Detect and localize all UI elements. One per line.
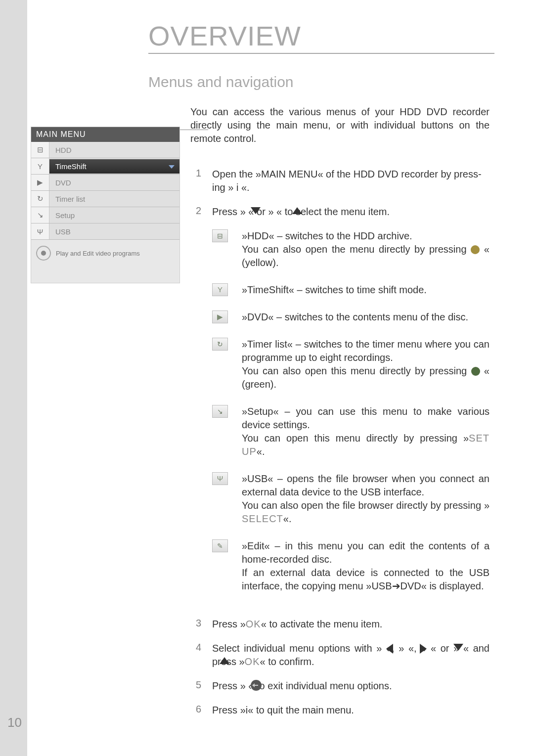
desc-text: »USB« – opens the file browser when you …	[242, 473, 490, 497]
page-number: 10	[7, 715, 22, 730]
menu-item-dvd[interactable]: ▶ DVD	[31, 175, 179, 191]
step-6: 6 Press »i« to quit the main menu.	[190, 704, 490, 717]
return-button-icon	[251, 680, 262, 691]
desc-text: »Edit« – in this menu you can edit the c…	[242, 540, 490, 565]
desc-timerlist: ↻ »Timer list« – switches to the timer m…	[212, 338, 490, 391]
step-text: Open the »MAIN MENU« of the HDD DVD reco…	[212, 169, 482, 179]
step-number: 1	[190, 168, 201, 194]
menu-item-hdd[interactable]: ⊟ HDD	[31, 142, 179, 158]
timer-icon: ↻	[212, 338, 228, 351]
desc-setup: ↘ »Setup« – you can use this menu to mak…	[212, 405, 490, 458]
timer-icon: ↻	[31, 191, 49, 207]
desc-hdd: ⊟ »HDD« – switches to the HDD archive. Y…	[212, 229, 490, 269]
timeshift-icon: Y	[31, 158, 49, 174]
step-text: Press »i« to quit the main menu.	[212, 705, 354, 715]
desc-usb: Ψ »USB« – opens the file browser when yo…	[212, 472, 490, 526]
step-number: 6	[190, 704, 201, 717]
step-text: Press » « to exit individual menu option…	[212, 680, 392, 691]
step-text: ing » i «.	[212, 182, 250, 193]
desc-edit: ✎ »Edit« – in this menu you can edit the…	[212, 539, 490, 593]
desc-text: You can also open the menu directly by p…	[242, 244, 471, 255]
step-text: « to activate the menu item.	[261, 619, 383, 629]
hdd-icon: ⊟	[31, 142, 49, 158]
step-number: 5	[190, 679, 201, 693]
step-2: 2 Press » « or » « to select the menu it…	[190, 205, 490, 607]
menu-label: USB	[49, 224, 179, 239]
step-number: 4	[190, 642, 201, 668]
desc-text: You can open this menu directly by press…	[242, 433, 469, 444]
instruction-steps: 1 Open the »MAIN MENU« of the HDD DVD re…	[190, 168, 490, 717]
up-arrow-icon	[220, 657, 229, 664]
section-heading: Menus and navigation	[148, 74, 499, 90]
step-number: 3	[190, 618, 201, 631]
right-arrow-icon	[420, 644, 427, 654]
menu-label: HDD	[49, 143, 179, 157]
main-menu-panel: MAIN MENU ⊟ HDD Y TimeShift ▶ DVD ↻ Time…	[31, 127, 180, 283]
menu-label: TimeShift	[49, 159, 179, 174]
desc-text: »DVD« – switches to the contents menu of…	[242, 311, 468, 322]
step-5: 5 Press » « to exit individual menu opti…	[190, 679, 490, 693]
page-margin-strip	[0, 0, 27, 756]
left-arrow-icon	[386, 644, 393, 654]
menu-item-descriptions: ⊟ »HDD« – switches to the HDD archive. Y…	[212, 229, 490, 593]
yellow-button-icon	[471, 245, 480, 254]
setup-icon: ↘	[212, 405, 228, 418]
page-content: OVERVIEW Menus and navigation You can ac…	[27, 0, 534, 756]
dvd-icon: ▶	[31, 175, 49, 190]
menu-label: DVD	[49, 176, 179, 190]
usb-icon: Ψ	[212, 472, 228, 485]
page-title: OVERVIEW	[148, 20, 494, 54]
menu-label: Timer list	[49, 192, 179, 206]
select-key-label: SELECT	[242, 513, 283, 524]
callout-line	[180, 130, 208, 130]
desc-text: »Timer list« – switches to the timer men…	[242, 339, 490, 363]
ok-key-label: OK	[245, 656, 260, 667]
down-arrow-icon	[453, 644, 463, 651]
setup-icon: ↘	[31, 207, 49, 223]
desc-text: »Setup« – you can use this menu to make …	[242, 406, 490, 430]
desc-text: If an external data device is connected …	[242, 567, 490, 591]
main-menu-title: MAIN MENU	[31, 127, 179, 142]
timeshift-icon: Y	[212, 283, 228, 296]
intro-paragraph: You can access the various menus of your…	[190, 105, 490, 145]
menu-item-timerlist[interactable]: ↻ Timer list	[31, 191, 179, 207]
desc-timeshift: Y »TimeShift« – switches to time shift m…	[212, 283, 490, 297]
hdd-icon: ⊟	[212, 229, 228, 242]
desc-text: »TimeShift« – switches to time shift mod…	[242, 284, 427, 295]
desc-text: «.	[283, 513, 292, 524]
dial-icon	[36, 246, 51, 261]
down-arrow-icon	[251, 207, 261, 214]
menu-item-setup[interactable]: ↘ Setup	[31, 207, 179, 223]
dvd-icon: ▶	[212, 311, 228, 323]
menu-item-usb[interactable]: Ψ USB	[31, 223, 179, 240]
step-number: 2	[190, 205, 201, 607]
menu-item-timeshift[interactable]: Y TimeShift	[31, 158, 179, 175]
menu-label: Setup	[49, 208, 179, 222]
up-arrow-icon	[292, 207, 302, 214]
step-3: 3 Press »OK« to activate the menu item.	[190, 618, 490, 631]
desc-text: You can also open this menu directly by …	[242, 365, 471, 376]
menu-caption-text: Play and Edit video programs	[56, 250, 140, 257]
desc-text: You can also open the file browser direc…	[242, 500, 490, 511]
menu-caption: Play and Edit video programs	[31, 240, 179, 261]
desc-text: »HDD« – switches to the HDD archive.	[242, 230, 412, 241]
edit-icon: ✎	[212, 539, 228, 552]
green-button-icon	[471, 367, 480, 376]
step-4: 4 Select individual menu options with » …	[190, 642, 490, 668]
step-text: « to confirm.	[260, 656, 314, 667]
step-text: Press »	[212, 619, 246, 629]
usb-icon: Ψ	[31, 223, 49, 239]
step-1: 1 Open the »MAIN MENU« of the HDD DVD re…	[190, 168, 490, 194]
desc-dvd: ▶ »DVD« – switches to the contents menu …	[212, 311, 490, 324]
desc-text: «.	[257, 446, 265, 457]
ok-key-label: OK	[246, 619, 261, 629]
